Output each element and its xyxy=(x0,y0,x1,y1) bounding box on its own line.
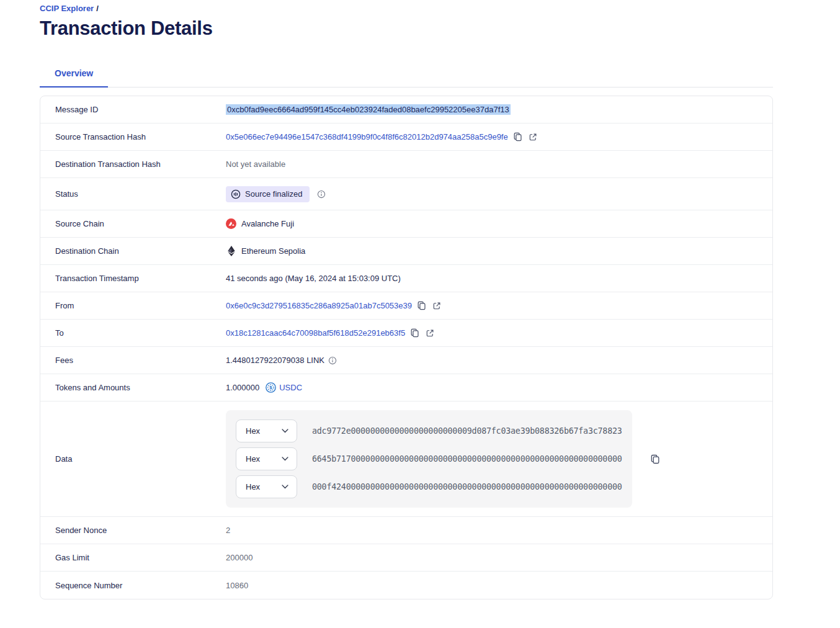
token-symbol-link[interactable]: USDC xyxy=(279,383,302,392)
tab-bar: Overview xyxy=(40,63,773,87)
sequence-number-value: 10860 xyxy=(226,581,248,590)
table-row-from: From 0x6e0c9c3d279516835c286a8925a01ab7c… xyxy=(40,292,772,320)
hex-format-label: Hex xyxy=(246,426,260,436)
hex-format-select[interactable]: Hex xyxy=(236,419,297,442)
row-label: To xyxy=(40,328,226,338)
fees-value: 1.4480127922079038 LINK xyxy=(226,356,324,365)
chevron-down-icon xyxy=(282,485,288,489)
fees-info-icon[interactable] xyxy=(328,356,337,365)
table-row-sequence-number: Sequence Number 10860 xyxy=(40,572,772,599)
hex-format-select[interactable]: Hex xyxy=(236,447,297,470)
table-row-tokens: Tokens and Amounts 1.000000 $ USDC xyxy=(40,374,772,401)
table-row-source-chain: Source Chain Avalanche Fuji xyxy=(40,210,772,238)
token-amount: 1.000000 xyxy=(226,383,259,392)
source-tx-hash-link[interactable]: 0x5e066ec7e94496e1547c368df4199b9f0c4f8f… xyxy=(226,132,508,141)
table-row-fees: Fees 1.4480127922079038 LINK xyxy=(40,347,772,374)
page-content: CCIP Explorer/ Transaction Details Overv… xyxy=(40,0,773,599)
chevron-down-icon xyxy=(282,429,288,433)
data-hex-value: 000f424000000000000000000000000000000000… xyxy=(312,482,622,491)
status-badge-label: Source finalized xyxy=(245,189,303,199)
data-line: Hex 000f42400000000000000000000000000000… xyxy=(236,475,622,498)
sender-nonce-value: 2 xyxy=(226,526,230,535)
table-row-source-tx-hash: Source Transaction Hash 0x5e066ec7e94496… xyxy=(40,123,772,151)
row-label: Fees xyxy=(40,356,226,365)
status-info-icon[interactable] xyxy=(317,190,326,199)
gas-limit-value: 200000 xyxy=(226,553,252,562)
data-hex-value: adc9772e0000000000000000000000009d087fc0… xyxy=(312,426,622,436)
table-row-dest-chain: Destination Chain Ethereum Sepolia xyxy=(40,238,772,265)
breadcrumb-separator: / xyxy=(96,4,99,13)
row-label: Message ID xyxy=(40,105,226,114)
row-label: Gas Limit xyxy=(40,553,226,562)
hex-format-label: Hex xyxy=(246,482,260,491)
copy-icon[interactable] xyxy=(410,328,419,338)
data-panel: Hex adc9772e0000000000000000000000009d08… xyxy=(226,410,632,508)
data-line: Hex adc9772e0000000000000000000000009d08… xyxy=(236,419,622,442)
ethereum-icon xyxy=(226,246,236,256)
row-label: Sequence Number xyxy=(40,581,226,590)
row-label: Data xyxy=(40,454,226,464)
dest-tx-hash-value: Not yet available xyxy=(226,159,285,169)
tab-overview[interactable]: Overview xyxy=(40,63,108,87)
table-row-timestamp: Transaction Timestamp 41 seconds ago (Ma… xyxy=(40,265,772,292)
row-label: Source Chain xyxy=(40,219,226,228)
from-address-link[interactable]: 0x6e0c9c3d279516835c286a8925a01ab7c5053e… xyxy=(226,301,412,310)
row-label: Tokens and Amounts xyxy=(40,383,226,392)
copy-icon[interactable] xyxy=(513,132,522,141)
dest-chain-name: Ethereum Sepolia xyxy=(241,246,305,256)
table-row-data: Data Hex adc9772e00000000000000000000000… xyxy=(40,401,772,517)
row-label: From xyxy=(40,301,226,310)
hex-format-label: Hex xyxy=(246,454,260,464)
timestamp-value: 41 seconds ago (May 16, 2024 at 15:03:09… xyxy=(226,274,401,283)
external-link-icon[interactable] xyxy=(432,302,441,310)
usdc-icon: $ xyxy=(266,382,276,393)
row-label: Transaction Timestamp xyxy=(40,274,226,283)
source-chain-name: Avalanche Fuji xyxy=(241,219,294,228)
data-line: Hex 6645b7170000000000000000000000000000… xyxy=(236,447,622,470)
status-badge: Source finalized xyxy=(226,186,310,202)
row-label: Sender Nonce xyxy=(40,526,226,535)
transaction-details-table: Message ID 0xcb0fad9eec6664ad959f145cc4e… xyxy=(40,96,773,599)
table-row-dest-tx-hash: Destination Transaction Hash Not yet ava… xyxy=(40,151,772,178)
message-id-value[interactable]: 0xcb0fad9eec6664ad959f145cc4eb023924fade… xyxy=(226,104,511,115)
hex-format-select[interactable]: Hex xyxy=(236,475,297,498)
svg-text:$: $ xyxy=(269,385,272,390)
row-label: Source Transaction Hash xyxy=(40,132,226,141)
table-row-to: To 0x18c1281caac64c70098baf5f618d52e291e… xyxy=(40,320,772,347)
page-title: Transaction Details xyxy=(40,17,773,40)
data-hex-value: 6645b71700000000000000000000000000000000… xyxy=(312,454,622,464)
copy-data-icon[interactable] xyxy=(650,454,660,464)
table-row-status: Status Source finalized xyxy=(40,178,772,210)
chevron-down-icon xyxy=(282,457,288,461)
breadcrumb: CCIP Explorer/ xyxy=(40,4,773,13)
table-row-gas-limit: Gas Limit 200000 xyxy=(40,544,772,572)
table-row-message-id: Message ID 0xcb0fad9eec6664ad959f145cc4e… xyxy=(40,96,772,123)
breadcrumb-ccip-explorer-link[interactable]: CCIP Explorer xyxy=(40,4,94,13)
external-link-icon[interactable] xyxy=(426,329,434,338)
table-row-sender-nonce: Sender Nonce 2 xyxy=(40,517,772,544)
row-label: Destination Chain xyxy=(40,246,226,256)
to-address-link[interactable]: 0x18c1281caac64c70098baf5f618d52e291eb63… xyxy=(226,328,405,338)
copy-icon[interactable] xyxy=(417,301,426,310)
avalanche-icon xyxy=(226,218,236,229)
row-label: Destination Transaction Hash xyxy=(40,159,226,169)
status-progress-icon xyxy=(231,189,241,199)
row-label: Status xyxy=(40,189,226,199)
external-link-icon[interactable] xyxy=(529,133,537,141)
